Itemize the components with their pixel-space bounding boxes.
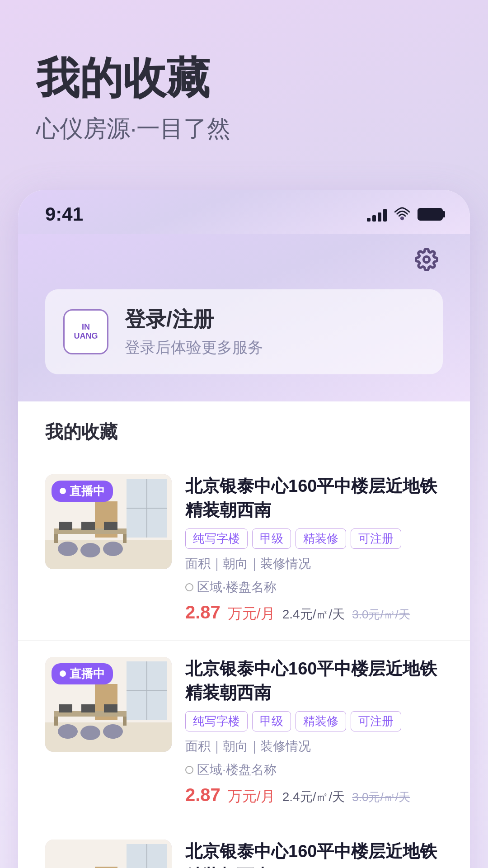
tag-1-1: 纯写字楼	[185, 528, 248, 549]
svg-point-13	[103, 542, 123, 556]
location-dot-2	[185, 766, 193, 774]
listing-card-2[interactable]: 直播中 北京银泰中心160平中楼层近地铁精装朝西南 纯写字楼 甲级 精装修 可注…	[18, 641, 470, 823]
status-time: 9:41	[45, 203, 83, 225]
page-header: 我的收藏 心仪房源·一目了然	[0, 0, 488, 172]
phone-top-section: IN UANG 登录/注册 登录后体验更多服务	[18, 234, 470, 401]
listing-title-1: 北京银泰中心160平中楼层近地铁精装朝西南	[185, 474, 443, 522]
svg-rect-31	[104, 704, 117, 712]
status-bar: 9:41	[18, 190, 470, 234]
status-icons	[367, 206, 443, 222]
svg-point-27	[80, 726, 100, 740]
page-title: 我的收藏	[36, 54, 452, 102]
listing-location-2: 区域·楼盘名称	[185, 761, 443, 778]
wifi-icon	[394, 206, 410, 222]
listing-location-1: 区域·楼盘名称	[185, 579, 443, 596]
price-unit-1: 万元/月	[228, 604, 275, 624]
signal-bar-3	[378, 212, 381, 222]
battery-icon	[418, 208, 443, 221]
tag-1-2: 甲级	[252, 528, 291, 549]
user-avatar: IN UANG	[63, 309, 108, 354]
listing-card-3[interactable]: 北京银泰中心160平中楼层近地铁精装朝西南 纯写字楼 甲级 精装修 可注册 面积…	[18, 823, 470, 868]
svg-point-1	[424, 256, 430, 262]
listing-image-2: 直播中	[45, 657, 172, 752]
listing-title-3: 北京银泰中心160平中楼层近地铁精装朝西南	[185, 840, 443, 868]
live-badge-1: 直播中	[52, 481, 113, 502]
svg-rect-14	[59, 522, 72, 530]
tag-1-3: 精装修	[296, 528, 346, 549]
svg-point-12	[80, 543, 100, 557]
page-wrapper: 我的收藏 心仪房源·一目了然 9:41	[0, 0, 488, 868]
svg-point-11	[58, 542, 78, 556]
price-unit-2: 万元/月	[228, 787, 275, 807]
user-card[interactable]: IN UANG 登录/注册 登录后体验更多服务	[45, 289, 443, 374]
listing-meta-1: 面积｜朝向｜装修情况	[185, 555, 443, 572]
favorites-section: 我的收藏	[18, 401, 470, 868]
location-dot-1	[185, 583, 193, 591]
signal-bar-1	[367, 218, 371, 222]
gear-icon	[415, 248, 438, 271]
listing-image-bg-3	[45, 840, 172, 868]
price-main-2: 2.87	[185, 785, 221, 805]
signal-icon	[367, 207, 387, 222]
price-per-1: 2.4元/㎡/天	[282, 606, 345, 623]
listing-title-2: 北京银泰中心160平中楼层近地铁精装朝西南	[185, 657, 443, 705]
listing-meta-2: 面积｜朝向｜装修情况	[185, 738, 443, 755]
price-per-2: 2.4元/㎡/天	[282, 788, 345, 806]
user-login-text: 登录/注册	[125, 306, 263, 334]
office-illustration-3	[45, 840, 172, 868]
tags-row-2: 纯写字楼 甲级 精装修 可注册	[185, 711, 443, 731]
listing-info-3: 北京银泰中心160平中楼层近地铁精装朝西南 纯写字楼 甲级 精装修 可注册 面积…	[185, 840, 443, 868]
tag-1-4: 可注册	[351, 528, 401, 549]
svg-point-0	[401, 217, 404, 219]
avatar-logo: IN UANG	[74, 323, 98, 341]
live-dot-2	[60, 670, 66, 677]
listing-info-1: 北京银泰中心160平中楼层近地铁精装朝西南 纯写字楼 甲级 精装修 可注册 面积…	[185, 474, 443, 624]
tag-2-3: 精装修	[296, 711, 346, 731]
listing-card[interactable]: 直播中 北京银泰中心160平中楼层近地铁精装朝西南 纯写字楼 甲级 精装修 可注…	[18, 458, 470, 641]
svg-point-28	[103, 724, 123, 739]
svg-rect-24	[54, 717, 58, 726]
listing-image-3	[45, 840, 172, 868]
price-old-1: 3.0元/㎡/天	[352, 607, 410, 623]
tag-2-2: 甲级	[252, 711, 291, 731]
price-old-2: 3.0元/㎡/天	[352, 789, 410, 805]
price-main-1: 2.87	[185, 602, 221, 623]
price-row-1: 2.87 万元/月 2.4元/㎡/天 3.0元/㎡/天	[185, 602, 443, 624]
svg-rect-25	[123, 717, 127, 726]
live-dot-1	[60, 488, 66, 494]
svg-rect-16	[104, 522, 117, 530]
svg-rect-29	[59, 704, 72, 712]
price-row-2: 2.87 万元/月 2.4元/㎡/天 3.0元/㎡/天	[185, 785, 443, 807]
settings-row	[45, 243, 443, 276]
listing-info-2: 北京银泰中心160平中楼层近地铁精装朝西南 纯写字楼 甲级 精装修 可注册 面积…	[185, 657, 443, 807]
tags-row-1: 纯写字楼 甲级 精装修 可注册	[185, 528, 443, 549]
signal-bar-4	[383, 209, 387, 222]
svg-rect-9	[54, 534, 58, 543]
live-badge-2: 直播中	[52, 663, 113, 684]
page-subtitle: 心仪房源·一目了然	[36, 113, 452, 145]
tag-2-4: 可注册	[351, 711, 401, 731]
svg-point-26	[58, 724, 78, 739]
signal-bar-2	[372, 215, 376, 222]
user-desc-text: 登录后体验更多服务	[125, 337, 263, 358]
svg-rect-15	[81, 522, 95, 530]
user-info: 登录/注册 登录后体验更多服务	[125, 306, 263, 358]
listing-image-1: 直播中	[45, 474, 172, 569]
phone-mockup: 9:41	[18, 190, 470, 868]
favorites-title: 我的收藏	[18, 420, 470, 458]
svg-rect-30	[81, 704, 95, 712]
settings-button[interactable]	[410, 243, 443, 276]
svg-rect-10	[123, 534, 127, 543]
tag-2-1: 纯写字楼	[185, 711, 248, 731]
